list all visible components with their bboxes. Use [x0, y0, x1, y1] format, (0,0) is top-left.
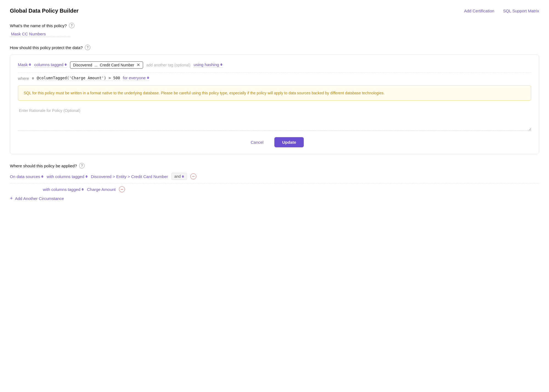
tag-remove-icon[interactable]: ✕	[136, 63, 140, 67]
applied-section: On data sources with columns tagged Disc…	[10, 173, 539, 201]
protect-section-label: How should this policy protect the data?…	[10, 45, 539, 50]
method-select[interactable]: using hashing	[194, 62, 222, 68]
page-title: Global Data Policy Builder	[10, 8, 79, 14]
policy-name-input[interactable]	[10, 31, 70, 37]
policy-box: Mask columns tagged Discovered ... Credi…	[10, 55, 539, 154]
where-chevron[interactable]	[32, 77, 34, 80]
with-columns-tagged-select-1[interactable]: with columns tagged	[47, 174, 88, 179]
target-select[interactable]: columns tagged	[34, 62, 67, 68]
policy-name-section-label: What's the name of this policy? ?	[10, 23, 539, 28]
remove-row-2-button[interactable]: −	[119, 186, 125, 192]
on-data-sources-chevron[interactable]	[41, 175, 43, 178]
remove-row-1-button[interactable]: −	[190, 173, 196, 179]
applied-section-label: Where should this policy be applied? ?	[10, 163, 539, 168]
rationale-textarea[interactable]	[18, 106, 531, 131]
applied-divider	[10, 183, 539, 184]
and-badge-chevron[interactable]	[182, 175, 184, 178]
where-label: where	[18, 76, 29, 81]
with-columns-tagged-chevron-2[interactable]	[82, 188, 84, 191]
mask-row: Mask columns tagged Discovered ... Credi…	[18, 61, 531, 69]
protect-help-icon[interactable]: ?	[85, 45, 90, 50]
where-row: where @columnTagged('Charge Amount') > 5…	[18, 75, 531, 81]
tag-ellipsis: ...	[94, 63, 98, 67]
action-select[interactable]: Mask	[18, 62, 31, 68]
for-everyone-chevron[interactable]	[147, 77, 149, 79]
method-chevron[interactable]	[220, 63, 222, 66]
applied-help-icon[interactable]: ?	[79, 163, 85, 168]
row-divider-1	[18, 72, 531, 73]
with-columns-tagged-chevron-1[interactable]	[85, 175, 88, 178]
header-links: Add Certification SQL Support Matrix	[464, 9, 539, 13]
add-icon: +	[10, 196, 13, 201]
on-data-sources-select[interactable]: On data sources	[10, 174, 43, 179]
and-badge[interactable]: and	[171, 173, 187, 180]
cancel-button[interactable]: Cancel	[245, 137, 269, 147]
tag-pill: Discovered ... Credit Card Number ✕	[70, 61, 143, 69]
action-row: Cancel Update	[18, 137, 531, 147]
page-header: Global Data Policy Builder Add Certifica…	[10, 8, 539, 14]
add-tag-placeholder[interactable]: add another tag (optional)	[146, 63, 190, 67]
target-chevron[interactable]	[65, 63, 67, 66]
tag-name: Credit Card Number	[100, 63, 134, 67]
policy-name-help-icon[interactable]: ?	[69, 23, 74, 28]
sql-warning: SQL for this policy must be written in a…	[18, 85, 531, 101]
for-everyone-select[interactable]: for everyone	[123, 75, 149, 81]
applied-row-2: with columns tagged Charge Amount −	[43, 186, 539, 192]
add-certification-link[interactable]: Add Certification	[464, 9, 494, 13]
update-button[interactable]: Update	[274, 137, 304, 147]
action-chevron[interactable]	[29, 63, 31, 66]
applied-tag-value-1: Discovered > Entity > Credit Card Number	[91, 174, 168, 179]
applied-row-1: On data sources with columns tagged Disc…	[10, 173, 539, 180]
sql-condition[interactable]: @columnTagged('Charge Amount') > 500	[37, 76, 120, 81]
applied-tag-value-2: Charge Amount	[87, 187, 116, 192]
with-columns-tagged-select-2[interactable]: with columns tagged	[43, 187, 84, 192]
sql-support-matrix-link[interactable]: SQL Support Matrix	[503, 9, 539, 13]
add-circumstance-button[interactable]: + Add Another Circumstance	[10, 196, 539, 201]
tag-prefix: Discovered	[73, 63, 92, 67]
